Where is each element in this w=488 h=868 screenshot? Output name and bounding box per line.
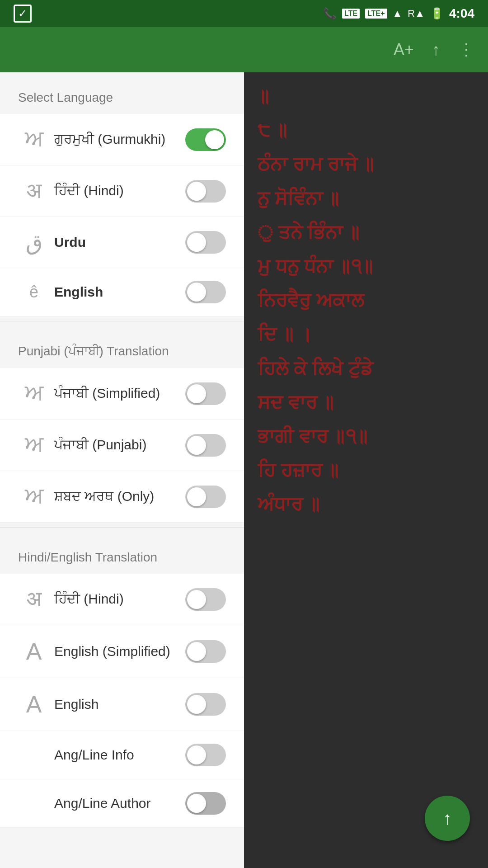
signal-icon: ▲ xyxy=(393,8,403,19)
english-toggle[interactable] xyxy=(185,281,226,303)
punjabi-simplified-icon: ਅ xyxy=(18,381,50,406)
language-item-gurmukhi[interactable]: ਅ ਗੁਰਮੁਖੀ (Gurmukhi) xyxy=(0,114,244,165)
punjabi-icon: ਅ xyxy=(18,432,50,458)
hindi-trans-icon: अ xyxy=(18,586,50,612)
scripture-line: ॥ xyxy=(258,81,474,112)
scripture-line: ਅੰਧਾਰ ॥ xyxy=(258,489,474,519)
status-bar-left xyxy=(14,5,32,23)
hindi-trans-label: ਹਿੰਦੀ (Hindi) xyxy=(50,591,185,607)
ang-line-author-toggle[interactable] xyxy=(185,792,226,815)
divider-2 xyxy=(0,527,244,528)
gurmukhi-label: ਗੁਰਮੁਖੀ (Gurmukhi) xyxy=(50,132,185,147)
header-bar: A+ ↑ ⋮ xyxy=(0,27,488,72)
ang-line-info-label: Ang/Line Info xyxy=(50,747,185,763)
language-item-english-trans[interactable]: A English xyxy=(0,678,244,731)
ang-line-info-toggle[interactable] xyxy=(185,744,226,766)
shabda-toggle[interactable] xyxy=(185,486,226,508)
english-label: English xyxy=(50,284,185,300)
punjabi-simplified-toggle[interactable] xyxy=(185,382,226,405)
hindi-icon: अ xyxy=(18,178,50,204)
english-script-icon: ê xyxy=(18,283,50,302)
status-bar: 📞 LTE LTE+ ▲ R▲ 🔋 4:04 xyxy=(0,0,488,27)
fab-up-icon: ↑ xyxy=(443,808,452,829)
gurmukhi-icon: ਅ xyxy=(18,127,50,152)
signal-icon-2: R▲ xyxy=(408,8,425,19)
scripture-line: ਭਾਗੀ ਵਾਰ ॥੧॥ xyxy=(258,421,474,452)
font-size-button[interactable]: A+ xyxy=(394,40,414,59)
punjabi-toggle[interactable] xyxy=(185,434,226,457)
english-simplified-toggle[interactable] xyxy=(185,640,226,663)
more-options-button[interactable]: ⋮ xyxy=(458,40,474,59)
urdu-label: Urdu xyxy=(50,235,185,250)
language-item-punjabi-simplified[interactable]: ਅ ਪੰਜਾਬੀ (Simplified) xyxy=(0,368,244,420)
right-panel: ॥ ੮ ॥ ਠੰਨਾ ਰਾਮ ਰਾਜੇ ॥ ਨੁ ਸੋਵਿੰਨਾ ॥ ੁ ਤਨੇ… xyxy=(244,72,488,868)
punjabi-simplified-label: ਪੰਜਾਬੀ (Simplified) xyxy=(50,386,185,401)
divider-1 xyxy=(0,321,244,321)
battery-icon: 🔋 xyxy=(430,7,444,20)
english-trans-label: English xyxy=(50,697,185,712)
scripture-line: ਦਿ ॥ । xyxy=(258,319,474,349)
language-item-ang-line-author[interactable]: Ang/Line Author xyxy=(0,779,244,828)
punjabi-label: ਪੰਜਾਬੀ (Punjabi) xyxy=(50,437,185,453)
status-time: 4:04 xyxy=(449,6,474,21)
english-trans-icon: A xyxy=(18,691,50,718)
urdu-toggle[interactable] xyxy=(185,231,226,254)
section2-header: Punjabi (ਪੰਜਾਬੀ) Translation xyxy=(0,326,244,368)
scripture-line: ੁ ਤਨੇ ਭਿੰਨਾ ॥ xyxy=(258,217,474,248)
language-item-urdu[interactable]: ق Urdu xyxy=(0,217,244,268)
shabda-icon: ਅ xyxy=(18,484,50,509)
language-item-ang-line-info[interactable]: Ang/Line Info xyxy=(0,731,244,779)
language-item-punjabi[interactable]: ਅ ਪੰਜਾਬੀ (Punjabi) xyxy=(0,420,244,471)
language-item-english[interactable]: ê English xyxy=(0,268,244,316)
gurmukhi-toggle[interactable] xyxy=(185,128,226,151)
scroll-up-button[interactable]: ↑ xyxy=(432,40,440,59)
scripture-line: ਹਿਲੇ ਕੇ ਲਿਖੇ ਟੁੰਡੇ xyxy=(258,354,474,384)
scripture-line: ਠੰਨਾ ਰਾਮ ਰਾਜੇ ॥ xyxy=(258,149,474,179)
hindi-label: ਹਿੰਦੀ (Hindi) xyxy=(50,183,185,199)
hindi-trans-toggle[interactable] xyxy=(185,588,226,611)
status-bar-right: 📞 LTE LTE+ ▲ R▲ 🔋 4:04 xyxy=(323,6,474,21)
language-item-hindi[interactable]: अ ਹਿੰਦੀ (Hindi) xyxy=(0,165,244,217)
language-item-shabda[interactable]: ਅ ਸ਼ਬਦ ਅਰਥ (Only) xyxy=(0,471,244,523)
section1-header: Select Language xyxy=(0,72,244,114)
scripture-line: ਨੁ ਸੋਵਿੰਨਾ ॥ xyxy=(258,184,474,214)
english-simplified-label: English (Simplified) xyxy=(50,644,185,659)
section3-header: Hindi/English Translation xyxy=(0,532,244,574)
phone-lte-icon: 📞 xyxy=(323,7,337,20)
english-simplified-icon: A xyxy=(18,638,50,665)
lte-plus-label: LTE+ xyxy=(365,9,387,19)
app-icon xyxy=(14,5,32,23)
main-layout: Select Language ਅ ਗੁਰਮੁਖੀ (Gurmukhi) अ ਹ… xyxy=(0,72,488,868)
scripture-line: ਹਿ ਹਜ਼ਾਰ ॥ xyxy=(258,455,474,486)
fab-button[interactable]: ↑ xyxy=(425,796,470,841)
scripture-line: ਨਿਰਵੈਰੁ ਅਕਾਲ xyxy=(258,285,474,316)
hindi-toggle[interactable] xyxy=(185,180,226,203)
shabda-label: ਸ਼ਬਦ ਅਰਥ (Only) xyxy=(50,489,185,505)
scripture-content: ॥ ੮ ॥ ਠੰਨਾ ਰਾਮ ਰਾਜੇ ॥ ਨੁ ਸੋਵਿੰਨਾ ॥ ੁ ਤਨੇ… xyxy=(244,72,488,532)
language-item-english-simplified[interactable]: A English (Simplified) xyxy=(0,625,244,678)
scripture-line: ਮੁ ਧਨੁ ਧੰਨਾ ॥੧॥ xyxy=(258,251,474,282)
language-item-hindi-trans[interactable]: अ ਹਿੰਦੀ (Hindi) xyxy=(0,574,244,625)
english-trans-toggle[interactable] xyxy=(185,693,226,716)
scripture-line: ੮ ॥ xyxy=(258,115,474,146)
left-panel: Select Language ਅ ਗੁਰਮੁਖੀ (Gurmukhi) अ ਹ… xyxy=(0,72,244,868)
scripture-line: ਸਦ ਵਾਰ ॥ xyxy=(258,387,474,418)
urdu-icon: ق xyxy=(18,230,50,255)
lte-badge: LTE xyxy=(342,9,360,19)
ang-line-author-label: Ang/Line Author xyxy=(50,796,185,811)
